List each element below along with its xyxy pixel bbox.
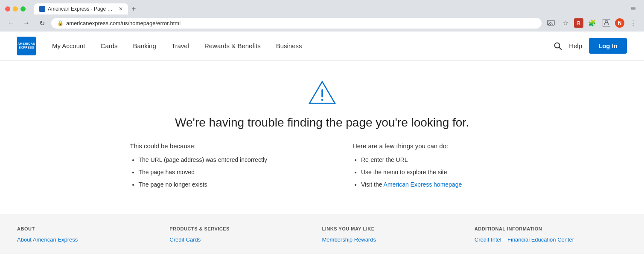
login-button[interactable]: Log In (589, 38, 627, 54)
right-item-2: Use the menu to explore the site (361, 168, 462, 177)
browser-toolbar-icons: ☆ R 🧩 N ⋮ (545, 17, 639, 29)
left-col-list: The URL (page address) was entered incor… (130, 155, 267, 189)
error-section: We're having trouble finding the page yo… (0, 60, 644, 214)
left-col-title: This could be because: (130, 142, 267, 150)
nav-link-banking[interactable]: Banking (125, 32, 164, 60)
close-tab-button[interactable]: ✕ (119, 6, 123, 12)
browser-window-controls (5, 6, 26, 12)
close-window-button[interactable] (5, 6, 10, 12)
nav-link-cards[interactable]: Cards (93, 32, 125, 60)
extension-icon[interactable]: R (574, 18, 583, 28)
browser-toolbar: ← → ↻ 🔒 americanexpress.com/us/homepage/… (0, 14, 644, 32)
amex-logo[interactable]: AMERICANEXPRESS (17, 37, 36, 55)
site-footer: ABOUT About American Express PRODUCTS & … (0, 214, 644, 254)
user-profile-button[interactable]: N (615, 18, 624, 28)
right-col-title: Here are a few things you can do: (353, 142, 462, 150)
svg-line-3 (559, 47, 562, 50)
warning-icon (307, 78, 337, 107)
address-bar[interactable]: 🔒 americanexpress.com/us/homepage/error.… (51, 18, 542, 29)
nav-links: My Account Cards Banking Travel Rewards … (44, 32, 554, 60)
search-button[interactable] (554, 42, 562, 50)
error-right-col: Here are a few things you can do: Re-ent… (353, 142, 462, 193)
url-text: americanexpress.com/us/homepage/error.ht… (66, 20, 536, 26)
minimize-window-button[interactable] (13, 6, 18, 12)
footer-links-heading: LINKS YOU MAY LIKE (322, 226, 475, 231)
left-item-1: The URL (page address) was entered incor… (139, 155, 267, 164)
maximize-window-button[interactable] (20, 6, 26, 12)
error-heading: We're having trouble finding the page yo… (175, 116, 469, 130)
nav-link-rewards[interactable]: Rewards & Benefits (197, 32, 268, 60)
reload-button[interactable]: ↻ (36, 17, 48, 29)
right-item-3: Visit the American Express homepage (361, 180, 462, 189)
error-columns: This could be because: The URL (page add… (130, 142, 514, 193)
browser-tabs: American Express - Page Not F ✕ + (34, 3, 627, 14)
right-item-1: Re-enter the URL (361, 155, 462, 164)
help-link[interactable]: Help (569, 42, 582, 49)
new-tab-button[interactable]: + (128, 3, 140, 14)
profile-icon[interactable] (600, 17, 612, 29)
forward-button[interactable]: → (20, 17, 32, 29)
menu-icon[interactable]: ⋮ (627, 17, 639, 29)
amex-logo-text: AMERICANEXPRESS (17, 42, 35, 49)
browser-titlebar: American Express - Page Not F ✕ + (0, 0, 644, 14)
footer-about-heading: ABOUT (17, 226, 169, 231)
site-content: AMERICANEXPRESS My Account Cards Banking… (0, 32, 644, 254)
nav-link-travel[interactable]: Travel (164, 32, 197, 60)
tab-favicon (39, 6, 45, 12)
active-tab[interactable]: American Express - Page Not F ✕ (34, 3, 128, 14)
footer-col-products: PRODUCTS & SERVICES Credit Cards (169, 226, 322, 245)
back-button[interactable]: ← (5, 17, 17, 29)
tab-title: American Express - Page Not F (48, 6, 116, 12)
footer-link-credit-cards[interactable]: Credit Cards (169, 236, 322, 243)
main-navigation: AMERICANEXPRESS My Account Cards Banking… (0, 32, 644, 60)
footer-products-heading: PRODUCTS & SERVICES (169, 226, 322, 231)
footer-col-additional: ADDITIONAL INFORMATION Credit Intel – Fi… (475, 226, 627, 245)
nav-link-my-account[interactable]: My Account (44, 32, 93, 60)
cast-icon[interactable] (545, 17, 557, 29)
extensions-icon[interactable]: 🧩 (586, 17, 598, 29)
nav-link-business[interactable]: Business (268, 32, 310, 60)
homepage-link[interactable]: American Express homepage (384, 181, 462, 188)
left-item-2: The page has moved (139, 168, 267, 177)
footer-additional-heading: ADDITIONAL INFORMATION (475, 226, 627, 231)
svg-point-5 (321, 99, 323, 101)
nav-right: Help Log In (554, 38, 627, 54)
footer-link-membership[interactable]: Membership Rewards (322, 236, 475, 243)
error-left-col: This could be because: The URL (page add… (130, 142, 267, 193)
footer-col-links: LINKS YOU MAY LIKE Membership Rewards (322, 226, 475, 245)
footer-columns: ABOUT About American Express PRODUCTS & … (17, 226, 627, 245)
left-item-3: The page no longer exists (139, 180, 267, 189)
window-resize-icon (630, 6, 639, 13)
browser-chrome: American Express - Page Not F ✕ + ← → ↻ … (0, 0, 644, 32)
footer-col-about: ABOUT About American Express (17, 226, 169, 245)
lock-icon: 🔒 (57, 20, 64, 26)
footer-link-about[interactable]: About American Express (17, 236, 169, 243)
right-col-list: Re-enter the URL Use the menu to explore… (353, 155, 462, 189)
bookmark-icon[interactable]: ☆ (559, 17, 571, 29)
footer-link-credit-intel[interactable]: Credit Intel – Financial Education Cente… (475, 236, 627, 243)
